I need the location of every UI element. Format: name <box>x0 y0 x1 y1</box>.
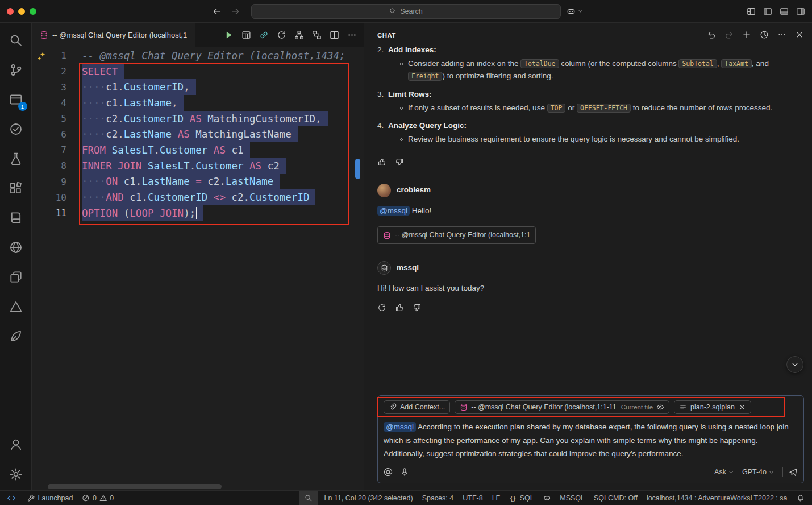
activity-item-remote-explorer[interactable]: 1 <box>0 85 32 114</box>
activity-item-windows[interactable] <box>0 262 32 292</box>
history-back-icon[interactable] <box>213 7 222 16</box>
customize-layout-button[interactable] <box>747 7 756 16</box>
thumbs-up-icon[interactable] <box>377 158 386 167</box>
activity-item-search[interactable] <box>0 26 32 55</box>
activity-item-testing[interactable] <box>0 114 32 144</box>
send-button[interactable] <box>789 467 798 477</box>
mention-chip[interactable]: @mssql <box>377 206 410 216</box>
code-token: . <box>118 129 124 140</box>
remote-indicator[interactable] <box>0 491 23 505</box>
redo-icon[interactable] <box>724 30 734 39</box>
code-line[interactable]: 6 ····c2.LastName AS MatchingLastName <box>32 126 364 142</box>
code-line[interactable]: 8 INNER JOIN SalesLT.Customer AS c2 <box>32 158 364 174</box>
more-actions-icon[interactable] <box>777 30 786 39</box>
connection-status[interactable]: localhost,1434 : AdventureWorksLT2022 : … <box>642 491 792 505</box>
code-line[interactable]: 11 OPTION (LOOP JOIN); <box>32 205 364 221</box>
plan-file-chip[interactable]: plan-2.sqlplan <box>674 400 751 414</box>
estimated-plan-button[interactable] <box>277 30 286 40</box>
notifications-status[interactable] <box>792 491 809 505</box>
eol-status[interactable]: LF <box>488 491 505 505</box>
zoom-window-button[interactable] <box>30 8 36 15</box>
message-attachment-chip[interactable]: -- @mssql Chat Query Editor (localhost,1… <box>377 226 536 244</box>
undo-icon[interactable] <box>707 30 716 39</box>
encoding-status[interactable]: UTF-8 <box>458 491 487 505</box>
thumbs-down-icon[interactable] <box>395 158 404 167</box>
results-grid-button[interactable] <box>241 30 251 40</box>
mention-chip[interactable]: @mssql <box>384 422 416 432</box>
assistant-suggestion-list: 2. Add Indexes: Consider adding an index… <box>377 46 797 150</box>
copilot-sparkle-icon[interactable] <box>37 51 47 61</box>
editor-scrollbar-thumb[interactable] <box>355 159 360 179</box>
thumbs-up-icon[interactable] <box>395 303 404 312</box>
attach-context-icon[interactable] <box>384 467 393 477</box>
zoom-status[interactable] <box>299 491 318 505</box>
cursor-position-status[interactable]: Ln 11, Col 20 (342 selected) <box>320 491 418 505</box>
toggle-secondary-sidebar-button[interactable] <box>796 7 805 16</box>
code-token: . <box>141 192 148 203</box>
connect-button[interactable] <box>259 30 269 40</box>
minimize-window-button[interactable] <box>18 8 25 15</box>
add-context-button[interactable]: Add Context... <box>384 400 450 414</box>
run-query-button[interactable] <box>224 30 234 40</box>
code-line[interactable]: 5 ····c2.CustomerID AS MatchingCustomerI… <box>32 111 364 127</box>
eye-icon[interactable] <box>656 403 664 411</box>
schema-designer-button[interactable] <box>312 30 322 40</box>
code-token: AS <box>249 160 261 172</box>
code-line[interactable]: 7 FROM SalesLT.Customer AS c1 <box>32 142 364 158</box>
sqlcmd-status[interactable]: SQLCMD: Off <box>589 491 642 505</box>
close-panel-icon[interactable] <box>795 30 804 39</box>
close-window-button[interactable] <box>7 8 14 15</box>
toggle-panel-button[interactable] <box>780 7 789 16</box>
copilot-menu-button[interactable] <box>567 7 584 16</box>
toggle-primary-sidebar-button[interactable] <box>763 7 772 16</box>
activity-item-extensions[interactable] <box>0 173 32 203</box>
model-picker[interactable]: GPT-4o <box>740 467 777 477</box>
file-context-chip[interactable]: -- @mssql Chat Query Editor (localhost,1… <box>455 400 669 414</box>
activity-item-accounts[interactable] <box>0 430 32 460</box>
code-line[interactable]: 1 -- @mssql Chat Query Editor (localhost… <box>32 48 364 64</box>
history-forward-icon[interactable] <box>231 7 240 16</box>
close-icon[interactable] <box>738 403 746 411</box>
activity-item-run-debug[interactable] <box>0 144 32 173</box>
copilot-status[interactable] <box>539 491 556 505</box>
regenerate-icon[interactable] <box>377 303 386 312</box>
user-avatar <box>377 184 391 197</box>
indentation-status[interactable]: Spaces: 4 <box>418 491 459 505</box>
activity-item-azure[interactable] <box>0 292 32 321</box>
code-line[interactable]: 9 ····ON c1.LastName = c2.LastName <box>32 174 364 190</box>
language-status[interactable]: {} SQL <box>505 491 539 505</box>
mode-label: Ask <box>714 468 726 476</box>
input-message-text: According to the execution plan shared b… <box>384 423 789 457</box>
code-line[interactable]: 2 SELECT <box>32 64 364 80</box>
new-chat-icon[interactable] <box>742 30 751 39</box>
scroll-to-bottom-button[interactable] <box>786 356 803 373</box>
mssql-status[interactable]: MSSQL <box>555 491 589 505</box>
list-item-title: Analyze Query Logic: <box>388 119 797 133</box>
activity-item-github[interactable] <box>0 233 32 262</box>
code-line[interactable]: 10 ····AND c1.CustomerID <> c2.CustomerI… <box>32 189 364 205</box>
editor-horizontal-scrollbar-thumb[interactable] <box>48 484 222 489</box>
more-actions-button[interactable] <box>347 30 357 40</box>
thumbs-down-icon[interactable] <box>413 303 422 312</box>
activity-item-source-control[interactable] <box>0 55 32 85</box>
chat-history-icon[interactable] <box>760 30 769 39</box>
code-token: LastName <box>124 97 172 109</box>
mode-picker[interactable]: Ask <box>712 467 736 477</box>
code-editor[interactable]: 1 -- @mssql Chat Query Editor (localhost… <box>32 47 364 490</box>
split-editor-button[interactable] <box>330 30 339 40</box>
command-center-search[interactable]: Search <box>251 4 561 19</box>
voice-input-icon[interactable] <box>400 467 409 477</box>
code-line[interactable]: 4 ····c1.LastName, <box>32 95 364 111</box>
activity-item-notebooks[interactable] <box>0 203 32 233</box>
line-number: 8 <box>32 160 82 171</box>
chat-input-text[interactable]: @mssql According to the execution plan s… <box>384 420 798 460</box>
schema-visualize-button[interactable] <box>294 30 304 40</box>
code-token: c2 <box>207 176 219 187</box>
launchpad-status[interactable]: Launchpad <box>23 491 77 505</box>
activity-item-settings[interactable] <box>0 460 32 489</box>
activity-item-database-projects[interactable] <box>0 321 32 351</box>
chat-input-container[interactable]: Add Context... -- @mssql Chat Query Edit… <box>377 395 804 483</box>
tab-query-editor[interactable]: -- @mssql Chat Query Editor (localhost,1 <box>32 23 195 47</box>
code-line[interactable]: 3 ····c1.CustomerID, <box>32 79 364 95</box>
problems-status[interactable]: 0 0 <box>77 491 118 505</box>
